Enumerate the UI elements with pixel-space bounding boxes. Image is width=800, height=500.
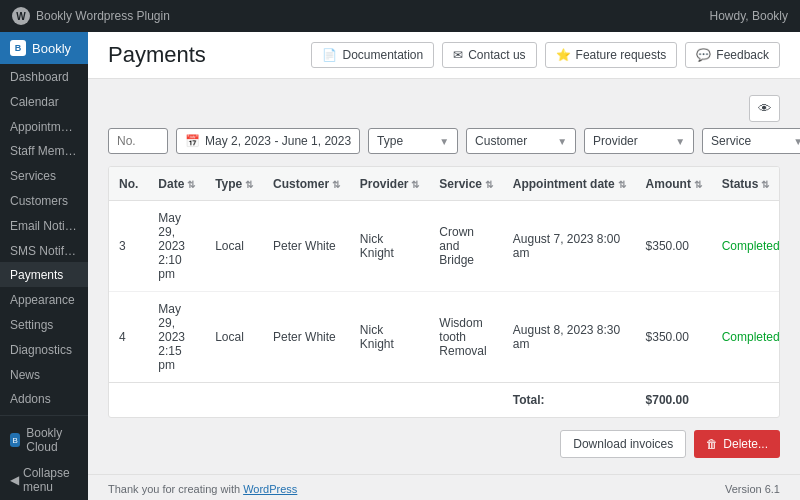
contact-label: Contact us [468, 48, 525, 62]
total-row: Total: $700.00 [109, 383, 780, 418]
row2-type: Local [205, 292, 263, 383]
row1-type: Local [205, 201, 263, 292]
row2-status: Completed [712, 292, 780, 383]
plugin-name: Bookly Wordpress Plugin [36, 9, 170, 23]
col-status[interactable]: Status [712, 167, 780, 201]
total-label: Total: [503, 383, 636, 418]
type-label: Type [377, 134, 403, 148]
service-filter[interactable]: Service ▼ [702, 128, 800, 154]
download-invoices-btn[interactable]: Download invoices [560, 430, 686, 458]
eye-button[interactable]: 👁 [749, 95, 780, 122]
type-filter[interactable]: Type ▼ [368, 128, 458, 154]
bottom-actions: Download invoices 🗑 Delete... [108, 430, 780, 458]
no-filter-input[interactable] [108, 128, 168, 154]
page-header: Payments 📄 Documentation ✉ Contact us ⭐ … [88, 32, 800, 79]
sidebar-item-calendar[interactable]: Calendar [0, 89, 88, 114]
sidebar-item-diagnostics[interactable]: Diagnostics [0, 337, 88, 362]
collapse-label: Collapse menu [23, 466, 78, 494]
sidebar-item-settings[interactable]: Settings [0, 312, 88, 337]
documentation-icon: 📄 [322, 48, 337, 62]
sidebar-item-addons[interactable]: Addons [0, 386, 88, 411]
payments-table-wrap: No. Date Type Customer Provider Service … [108, 166, 780, 418]
calendar-icon: 📅 [185, 134, 200, 148]
col-type[interactable]: Type [205, 167, 263, 201]
wordpress-icon: W [12, 7, 30, 25]
sidebar-collapse-menu[interactable]: ◀ Collapse menu [0, 460, 88, 500]
service-label: Service [711, 134, 751, 148]
bookly-cloud-icon: B [10, 433, 20, 447]
footer-version: Version 6.1 [725, 483, 780, 495]
sidebar-item-appearance[interactable]: Appearance [0, 287, 88, 312]
row1-service: Crown and Bridge [429, 201, 502, 292]
collapse-icon: ◀ [10, 473, 19, 487]
footer-text: Thank you for creating with WordPress [108, 483, 297, 495]
type-arrow-icon: ▼ [439, 136, 449, 147]
contact-icon: ✉ [453, 48, 463, 62]
wordpress-link[interactable]: WordPress [243, 483, 297, 495]
feature-label: Feature requests [576, 48, 667, 62]
delete-btn[interactable]: 🗑 Delete... [694, 430, 780, 458]
provider-arrow-icon: ▼ [675, 136, 685, 147]
provider-label: Provider [593, 134, 638, 148]
sidebar-brand-label: Bookly [32, 41, 71, 56]
col-customer[interactable]: Customer [263, 167, 350, 201]
sidebar-item-email-notifications[interactable]: Email Notifications [0, 213, 88, 238]
contact-us-btn[interactable]: ✉ Contact us [442, 42, 536, 68]
row2-amount: $350.00 [636, 292, 712, 383]
top-bar: W Bookly Wordpress Plugin Howdy, Bookly [0, 0, 800, 32]
row2-provider: Nick Knight [350, 292, 429, 383]
layout: B Bookly Dashboard Calendar Appointments… [0, 32, 800, 500]
customer-label: Customer [475, 134, 527, 148]
sidebar-bookly-brand[interactable]: B Bookly [0, 32, 88, 64]
row2-service: Wisdom tooth Removal [429, 292, 502, 383]
bookly-icon: B [10, 40, 26, 56]
row1-status: Completed [712, 201, 780, 292]
customer-filter[interactable]: Customer ▼ [466, 128, 576, 154]
table-header-row: No. Date Type Customer Provider Service … [109, 167, 780, 201]
feedback-btn[interactable]: 💬 Feedback [685, 42, 780, 68]
feature-icon: ⭐ [556, 48, 571, 62]
col-date[interactable]: Date [148, 167, 205, 201]
col-service[interactable]: Service [429, 167, 502, 201]
sidebar-item-sms-notifications[interactable]: SMS Notifications [0, 238, 88, 263]
eye-row: 👁 [108, 95, 780, 122]
col-no: No. [109, 167, 148, 201]
sidebar: B Bookly Dashboard Calendar Appointments… [0, 32, 88, 500]
sidebar-item-payments[interactable]: Payments [0, 262, 88, 287]
provider-filter[interactable]: Provider ▼ [584, 128, 694, 154]
row2-no: 4 [109, 292, 148, 383]
feedback-label: Feedback [716, 48, 769, 62]
row1-appointment-date: August 7, 2023 8:00 am [503, 201, 636, 292]
sidebar-item-customers[interactable]: Customers [0, 188, 88, 213]
date-range-label: May 2, 2023 - June 1, 2023 [205, 134, 351, 148]
row2-date: May 29, 2023 2:15 pm [148, 292, 205, 383]
feedback-icon: 💬 [696, 48, 711, 62]
feature-requests-btn[interactable]: ⭐ Feature requests [545, 42, 678, 68]
table-row: 4 May 29, 2023 2:15 pm Local Peter White… [109, 292, 780, 383]
row1-amount: $350.00 [636, 201, 712, 292]
documentation-btn[interactable]: 📄 Documentation [311, 42, 434, 68]
row1-provider: Nick Knight [350, 201, 429, 292]
sidebar-item-services[interactable]: Services [0, 163, 88, 188]
sidebar-item-staff-members[interactable]: Staff Members [0, 138, 88, 163]
page-title: Payments [108, 42, 206, 68]
col-amount[interactable]: Amount [636, 167, 712, 201]
service-arrow-icon: ▼ [793, 136, 800, 147]
sidebar-item-news[interactable]: News [0, 362, 88, 387]
main-content: Payments 📄 Documentation ✉ Contact us ⭐ … [88, 32, 800, 500]
footer: Thank you for creating with WordPress Ve… [88, 474, 800, 500]
table-row: 3 May 29, 2023 2:10 pm Local Peter White… [109, 201, 780, 292]
col-appointment-date[interactable]: Appointment date [503, 167, 636, 201]
date-range-filter[interactable]: 📅 May 2, 2023 - June 1, 2023 [176, 128, 360, 154]
top-bar-left: W Bookly Wordpress Plugin [12, 7, 170, 25]
row2-appointment-date: August 8, 2023 8:30 am [503, 292, 636, 383]
eye-icon: 👁 [758, 101, 771, 116]
row2-customer: Peter White [263, 292, 350, 383]
sidebar-bookly-cloud[interactable]: B Bookly Cloud [0, 420, 88, 460]
sidebar-item-dashboard[interactable]: Dashboard [0, 64, 88, 89]
trash-icon: 🗑 [706, 437, 718, 451]
sidebar-item-appointments[interactable]: Appointments [0, 114, 88, 139]
col-provider[interactable]: Provider [350, 167, 429, 201]
row1-date: May 29, 2023 2:10 pm [148, 201, 205, 292]
row1-no: 3 [109, 201, 148, 292]
